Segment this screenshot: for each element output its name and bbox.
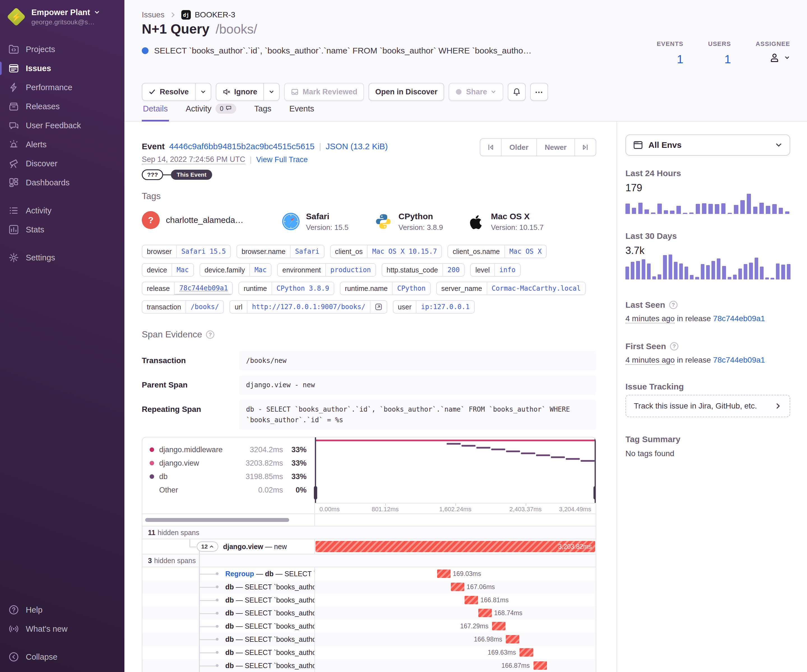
- span-row[interactable]: Regroup — db — SELECT `boo169.03ms: [142, 567, 596, 581]
- featured-runtime-tag[interactable]: CPythonVersion: 3.8.9: [374, 211, 443, 232]
- external-link-icon[interactable]: [370, 301, 387, 313]
- span-row[interactable]: db — SELECT `books_author`166.98ms: [142, 633, 596, 646]
- span-row[interactable]: db — SELECT `books_author`169.63ms: [142, 646, 596, 659]
- span-row[interactable]: db — SELECT `books_author`167.29ms: [142, 620, 596, 633]
- sidebar-item-stats[interactable]: Stats: [0, 220, 125, 239]
- sidebar-item-settings[interactable]: Settings: [0, 248, 125, 267]
- sidebar-item-help[interactable]: Help: [0, 600, 125, 619]
- span-duration-bar[interactable]: [437, 569, 450, 578]
- tab-details[interactable]: Details: [142, 104, 169, 121]
- tag-pill-client-os[interactable]: client_osMac OS X 10.15.7: [330, 245, 442, 258]
- hidden-spans-row[interactable]: 11hidden spans: [142, 526, 596, 539]
- minimap-chart[interactable]: [315, 437, 596, 503]
- span-row[interactable]: db — SELECT `books_author`166.87ms: [142, 659, 596, 672]
- event-date[interactable]: Sep 14, 2022 7:24:56 PM UTC: [142, 155, 245, 164]
- older-event-button[interactable]: Older: [501, 139, 536, 156]
- tag-pill-device[interactable]: deviceMac: [142, 263, 194, 276]
- minimap-left-handle[interactable]: [314, 486, 317, 500]
- breadcrumb-issues[interactable]: Issues: [142, 10, 164, 19]
- resolve-button[interactable]: Resolve: [142, 83, 211, 101]
- tag-pill-server-name[interactable]: server_nameCormac-MacCarthy.local: [436, 282, 586, 295]
- histogram-bar: [776, 263, 780, 280]
- span-duration-bar[interactable]: [533, 661, 547, 670]
- tag-pill-level[interactable]: levelinfo: [470, 263, 520, 276]
- span-duration-bar[interactable]: [506, 635, 519, 644]
- question-circle-icon[interactable]: ?: [670, 342, 678, 351]
- tag-pill-url[interactable]: urlhttp://127.0.0.1:9007/books/: [229, 300, 387, 314]
- span-row[interactable]: db — SELECT `books_author`168.74ms: [142, 606, 596, 620]
- sidebar-item-dashboards[interactable]: Dashboards: [0, 173, 125, 192]
- last-seen-release-link[interactable]: 78c744eb09a1: [713, 314, 765, 323]
- featured-os-tag[interactable]: Mac OS XVersion: 10.15.7: [467, 211, 544, 232]
- span-row[interactable]: db — SELECT `books_author`166.81ms: [142, 594, 596, 607]
- tag-pill-user[interactable]: userip:127.0.0.1: [393, 300, 475, 314]
- unknown-trace-pill[interactable]: ???: [142, 169, 163, 180]
- ignore-dropdown[interactable]: [263, 83, 279, 100]
- tag-pill-release[interactable]: release78c744eb09a1: [142, 282, 233, 295]
- span-duration-bar[interactable]: [492, 622, 505, 630]
- span-group-toggle[interactable]: 12: [197, 541, 218, 551]
- subscribe-bell-button[interactable]: [508, 83, 526, 101]
- resolve-dropdown[interactable]: [195, 83, 211, 100]
- sidebar-item-issues[interactable]: Issues: [0, 59, 125, 78]
- track-issue-button[interactable]: Track this issue in Jira, GitHub, etc.: [626, 395, 790, 417]
- hidden-spans-row[interactable]: 3hidden spans: [142, 554, 596, 567]
- tag-pill-browser[interactable]: browserSafari 15.5: [142, 245, 231, 258]
- this-event-pill[interactable]: This Event: [171, 170, 212, 180]
- sidebar-item-discover[interactable]: Discover: [0, 154, 125, 173]
- span-duration-bar[interactable]: [520, 648, 533, 657]
- first-seen-time[interactable]: 4 minutes ago: [626, 356, 675, 365]
- span-group-row[interactable]: 12 django.view — new 3,203.82ms: [142, 539, 596, 554]
- mark-reviewed-button[interactable]: Mark Reviewed: [284, 83, 364, 101]
- span-row[interactable]: db — SELECT `books_author`167.06ms: [142, 581, 596, 594]
- tag-pill-client-os-name[interactable]: client_os.nameMac OS X: [447, 245, 547, 258]
- sidebar-item-user-feedback[interactable]: User Feedback: [0, 116, 125, 135]
- span-duration-bar[interactable]: [478, 609, 492, 617]
- share-button[interactable]: Share: [448, 83, 503, 101]
- question-circle-icon[interactable]: ?: [206, 330, 214, 339]
- minimap-right-handle[interactable]: [593, 486, 596, 500]
- span-group-bar[interactable]: 3,203.82ms: [315, 541, 595, 552]
- span-duration-bar[interactable]: [451, 583, 464, 591]
- last-seen-time[interactable]: 4 minutes ago: [626, 314, 675, 323]
- sidebar-item-alerts[interactable]: Alerts: [0, 135, 125, 154]
- sidebar-item-projects[interactable]: Projects: [0, 40, 125, 59]
- axis-tick: [385, 503, 386, 506]
- users-count[interactable]: 1: [708, 53, 731, 66]
- newer-event-button[interactable]: Newer: [536, 139, 575, 156]
- open-in-discover-button[interactable]: Open in Discover: [369, 83, 444, 101]
- horizontal-scrollbar[interactable]: [145, 518, 289, 522]
- sidebar-item-activity[interactable]: Activity: [0, 201, 125, 220]
- tag-pill-device-family[interactable]: device.familyMac: [199, 263, 272, 276]
- tab-activity[interactable]: Activity0: [185, 104, 237, 121]
- events-count[interactable]: 1: [657, 53, 683, 66]
- featured-browser-tag[interactable]: SafariVersion: 15.5: [282, 211, 349, 232]
- environment-selector[interactable]: All Envs: [626, 134, 790, 156]
- first-seen-release-link[interactable]: 78c744eb09a1: [713, 356, 765, 364]
- org-switcher[interactable]: ⚡ Empower Plant george.gritsouk@s…: [0, 0, 125, 32]
- sidebar-item-performance[interactable]: Performance: [0, 78, 125, 97]
- event-json-link[interactable]: JSON (13.2 KiB): [325, 142, 388, 151]
- featured-user-tag[interactable]: ? charlotte_alameda…: [142, 211, 244, 229]
- tag-pill-browser-name[interactable]: browser.nameSafari: [236, 245, 324, 258]
- ignore-button[interactable]: Ignore: [216, 83, 280, 101]
- tag-pill-environment[interactable]: environmentproduction: [277, 263, 376, 276]
- sidebar-collapse-button[interactable]: Collapse: [0, 647, 125, 666]
- assignee-dropdown[interactable]: [756, 51, 790, 64]
- tag-pill-runtime[interactable]: runtimeCPython 3.8.9: [239, 282, 334, 295]
- tab-tags[interactable]: Tags: [253, 104, 272, 121]
- event-id-link[interactable]: 4446c9af6bb94815b2ac9bc4515c5615: [169, 142, 315, 151]
- skip-end-icon-button[interactable]: [575, 139, 596, 156]
- span-duration-bar[interactable]: [465, 596, 478, 604]
- question-circle-icon[interactable]: ?: [669, 301, 677, 309]
- tag-pill-http-status-code[interactable]: http.status_code200: [382, 263, 465, 276]
- oldest-event-button[interactable]: [480, 139, 501, 156]
- view-full-trace-link[interactable]: View Full Trace: [256, 156, 308, 164]
- tag-pill-transaction[interactable]: transaction/books/: [142, 300, 224, 314]
- more-actions-button[interactable]: …: [530, 83, 548, 101]
- span-regroup-link[interactable]: Regroup: [225, 570, 254, 578]
- sidebar-item-releases[interactable]: Releases: [0, 97, 125, 116]
- tag-pill-runtime-name[interactable]: runtime.nameCPython: [340, 282, 431, 295]
- sidebar-item-what-s-new[interactable]: What's new: [0, 619, 125, 638]
- tab-events[interactable]: Events: [288, 104, 315, 121]
